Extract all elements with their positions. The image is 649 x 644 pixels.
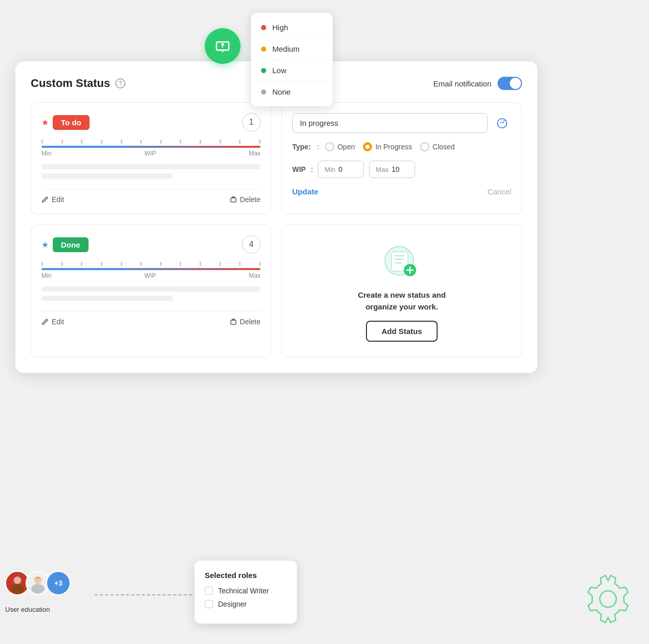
email-notification-label: Email notification bbox=[434, 79, 491, 88]
type-closed-option[interactable]: Closed bbox=[420, 142, 455, 151]
add-status-panel: Create a new status andorganize your wor… bbox=[282, 225, 522, 358]
done-star-icon: ★ bbox=[41, 240, 49, 250]
color-edit-icon bbox=[496, 117, 508, 129]
edit-actions-row: Update Cancel bbox=[292, 187, 511, 196]
todo-wip-bar: Min WIP Max bbox=[41, 140, 261, 157]
delete-icon bbox=[230, 318, 237, 325]
todo-badge-group: ★ To do bbox=[41, 115, 90, 130]
done-wip-dots bbox=[41, 262, 261, 266]
role-item-designer[interactable]: Designer bbox=[205, 600, 287, 608]
status-name-input[interactable] bbox=[292, 113, 488, 133]
wip-dot bbox=[81, 140, 82, 144]
wip-label: WIP bbox=[292, 165, 306, 173]
role-checkbox-designer[interactable] bbox=[205, 600, 213, 608]
todo-delete-button[interactable]: Delete bbox=[230, 195, 261, 204]
svg-point-23 bbox=[11, 584, 24, 593]
done-count-badge: 4 bbox=[242, 235, 261, 254]
gray-line bbox=[41, 164, 261, 169]
svg-point-27 bbox=[600, 591, 616, 607]
done-status-card: ★ Done 4 bbox=[31, 225, 271, 358]
done-action-row: Edit Delete bbox=[41, 311, 261, 326]
type-label: Type: bbox=[292, 143, 311, 151]
priority-label-high: High bbox=[272, 23, 288, 32]
todo-wip-min: Min bbox=[41, 150, 51, 157]
done-card-header: ★ Done 4 bbox=[41, 235, 261, 254]
done-wip-min: Min bbox=[41, 272, 51, 279]
priority-label-low: Low bbox=[272, 66, 287, 75]
gray-line bbox=[41, 286, 261, 292]
roles-popup: Selected roles Technical Writer Designer bbox=[194, 561, 297, 624]
wip-dot bbox=[160, 140, 162, 144]
todo-wip-dots bbox=[41, 140, 261, 144]
radio-open[interactable] bbox=[325, 142, 334, 151]
wip-dot bbox=[180, 140, 181, 144]
wip-dot bbox=[239, 140, 241, 144]
radio-inprogress[interactable] bbox=[363, 142, 372, 151]
todo-edit-button[interactable]: Edit bbox=[41, 195, 64, 204]
role-item-technical-writer[interactable]: Technical Writer bbox=[205, 587, 287, 595]
radio-closed-label: Closed bbox=[432, 143, 455, 151]
wip-dot bbox=[61, 140, 63, 144]
wip-max-label: Max bbox=[376, 166, 388, 173]
wip-dot bbox=[140, 262, 142, 266]
radio-open-label: Open bbox=[337, 143, 355, 151]
radio-closed[interactable] bbox=[420, 142, 429, 151]
svg-rect-4 bbox=[231, 198, 236, 202]
todo-wip-labels: Min WIP Max bbox=[41, 150, 261, 157]
delete-icon bbox=[230, 196, 237, 203]
wip-dot bbox=[140, 140, 142, 144]
todo-wip-max: Max bbox=[249, 150, 261, 157]
priority-label-none: None bbox=[272, 87, 291, 96]
todo-card-header: ★ To do 1 bbox=[41, 113, 261, 131]
edit-icon bbox=[41, 196, 49, 203]
wip-dot bbox=[101, 140, 102, 144]
avatar-overflow-badge: +3 bbox=[46, 571, 71, 595]
priority-dropdown[interactable]: High Medium Low None bbox=[251, 13, 333, 106]
wip-dot bbox=[200, 140, 201, 144]
priority-item-medium[interactable]: Medium bbox=[251, 38, 333, 60]
gear-icon bbox=[577, 570, 639, 632]
todo-badge: To do bbox=[53, 115, 90, 130]
done-edit-button[interactable]: Edit bbox=[41, 318, 64, 326]
edit-icon bbox=[41, 318, 49, 325]
wip-dot bbox=[121, 140, 122, 144]
dashed-connector-line bbox=[95, 594, 197, 595]
update-button[interactable]: Update bbox=[292, 187, 318, 196]
screen-share-icon bbox=[214, 38, 231, 54]
type-open-option[interactable]: Open bbox=[325, 142, 355, 151]
gear-decoration bbox=[577, 570, 639, 634]
role-label-designer: Designer bbox=[218, 600, 247, 608]
type-colon: : bbox=[317, 143, 319, 151]
roles-popup-title: Selected roles bbox=[205, 571, 287, 580]
cancel-button[interactable]: Cancel bbox=[487, 187, 511, 196]
wip-dot bbox=[61, 262, 63, 266]
wip-dot bbox=[220, 262, 221, 266]
wip-min-field[interactable]: Min 0 bbox=[318, 161, 364, 178]
type-radio-group: Open In Progress Closed bbox=[325, 142, 455, 151]
screen-share-fab[interactable] bbox=[205, 28, 241, 64]
add-status-text: Create a new status andorganize your wor… bbox=[358, 290, 446, 313]
type-inprogress-option[interactable]: In Progress bbox=[363, 142, 412, 151]
email-notification-toggle[interactable] bbox=[497, 77, 522, 90]
priority-item-none[interactable]: None bbox=[251, 81, 333, 102]
priority-item-low[interactable]: Low bbox=[251, 60, 333, 81]
edit-panel: Type: : Open In Progress Closed bbox=[282, 102, 522, 214]
wip-dot bbox=[81, 262, 82, 266]
role-checkbox-technical-writer[interactable] bbox=[205, 587, 213, 595]
edit-color-icon-btn[interactable] bbox=[493, 114, 511, 132]
help-icon[interactable]: ? bbox=[115, 78, 125, 88]
done-delete-button[interactable]: Delete bbox=[230, 318, 261, 326]
priority-item-high[interactable]: High bbox=[251, 17, 333, 38]
wip-dot bbox=[239, 262, 241, 266]
gray-line bbox=[41, 296, 173, 301]
done-badge: Done bbox=[53, 237, 89, 252]
add-status-button[interactable]: Add Status bbox=[366, 321, 437, 342]
wip-dot bbox=[41, 262, 43, 266]
priority-dot-low bbox=[261, 68, 266, 73]
avatars-group: +3 bbox=[5, 571, 67, 595]
priority-dot-high bbox=[261, 25, 266, 30]
wip-max-field[interactable]: Max 10 bbox=[369, 161, 415, 178]
svg-point-26 bbox=[31, 584, 45, 593]
svg-rect-9 bbox=[231, 320, 236, 324]
wip-dot bbox=[41, 140, 43, 144]
